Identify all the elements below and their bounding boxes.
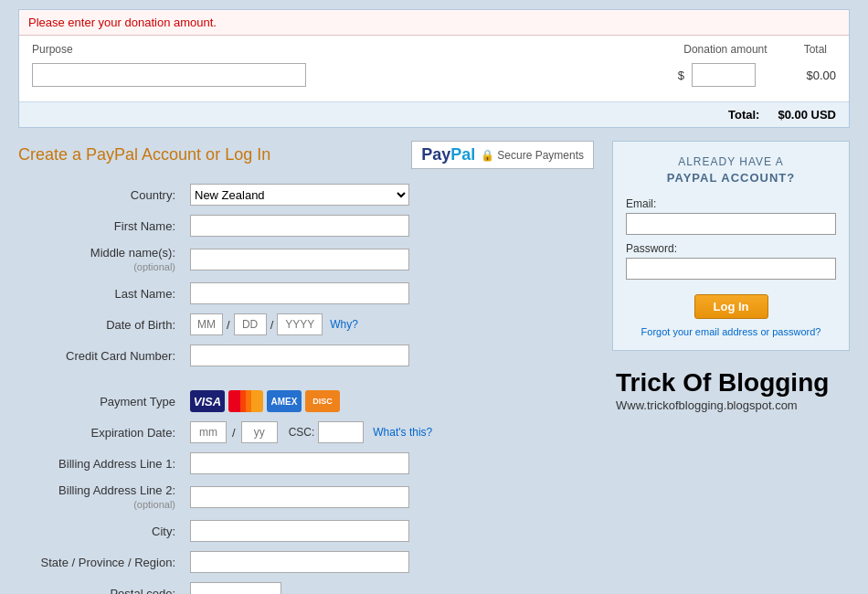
lastname-input[interactable]: [190, 282, 409, 304]
tob-title: Trick Of Blogging: [616, 367, 846, 398]
discover-icon: DISC: [305, 390, 340, 412]
main-area: Create a PayPal Account or Log In PayPal…: [18, 141, 850, 594]
ccnum-label: Credit Card Number:: [18, 349, 183, 363]
whats-this-link[interactable]: What's this?: [373, 426, 432, 439]
exp-yy-input[interactable]: [241, 421, 278, 443]
paypal-logo: PayPal: [421, 145, 475, 164]
billing2-input[interactable]: [190, 486, 409, 508]
exp-sep: /: [230, 426, 238, 440]
tob-url: Www.trickofblogging.blogspot.com: [616, 398, 846, 412]
dob-mm-input[interactable]: [190, 313, 223, 335]
state-input[interactable]: [190, 551, 409, 573]
forgot-link[interactable]: Forgot your email address or password?: [626, 326, 836, 337]
dob-label: Date of Birth:: [18, 318, 183, 332]
city-input[interactable]: [190, 520, 409, 542]
total-header: Total: [804, 43, 827, 56]
billing1-label: Billing Address Line 1:: [18, 457, 183, 471]
dob-sep1: /: [225, 318, 232, 332]
page-title: Create a PayPal Account or Log In: [18, 145, 270, 164]
payment-type-label: Payment Type: [18, 395, 183, 408]
card-icons: VISA AMEX DISC: [190, 390, 594, 412]
left-panel: Create a PayPal Account or Log In PayPal…: [18, 141, 594, 594]
amex-icon: AMEX: [267, 390, 302, 412]
form-grid: Country: New Zealand First Name: Middle …: [18, 184, 594, 594]
billing1-input[interactable]: [190, 452, 409, 474]
paypal-pal: Pal: [450, 145, 475, 164]
donation-amount-area: $ $0.00: [678, 63, 836, 87]
login-button[interactable]: Log In: [694, 294, 768, 319]
postal-input[interactable]: [190, 582, 281, 594]
purpose-input[interactable]: [32, 63, 306, 87]
paypal-badge: PayPal 🔒 Secure Payments: [411, 141, 594, 169]
dob-sep2: /: [269, 318, 276, 332]
amount-header: Donation amount: [683, 43, 767, 56]
donation-row: $ $0.00: [28, 59, 840, 90]
csc-input[interactable]: [318, 421, 364, 443]
email-label: Email:: [626, 197, 836, 210]
password-input[interactable]: [626, 258, 836, 280]
right-headers: Donation amount Total: [683, 43, 827, 56]
secure-label: Secure Payments: [497, 149, 584, 162]
postal-label: Postal code:: [18, 587, 183, 595]
password-label: Password:: [626, 242, 836, 255]
already-account-box: ALREADY HAVE A PAYPAL ACCOUNT? Email: Pa…: [612, 141, 850, 351]
donation-total-amount: $0.00 USD: [778, 108, 836, 122]
dob-group: / / Why?: [190, 313, 594, 335]
firstname-label: First Name:: [18, 219, 183, 233]
country-select[interactable]: New Zealand: [190, 184, 409, 206]
expiry-label: Expiration Date:: [18, 426, 183, 440]
email-input[interactable]: [626, 213, 836, 235]
donation-total-label: Total:: [728, 108, 759, 122]
donation-table: Purpose Donation amount Total $ $0.00: [19, 36, 849, 98]
amount-input[interactable]: [692, 63, 756, 87]
spacer1: [18, 376, 183, 381]
right-panel: ALREADY HAVE A PAYPAL ACCOUNT? Email: Pa…: [612, 141, 850, 594]
spacer2: [190, 376, 594, 381]
dollar-sign: $: [678, 69, 684, 82]
exp-mm-input[interactable]: [190, 421, 227, 443]
donation-error: Please enter your donation amount.: [19, 10, 849, 36]
donation-box: Please enter your donation amount. Purpo…: [18, 9, 850, 128]
already-line1: ALREADY HAVE A: [626, 154, 836, 170]
lastname-label: Last Name:: [18, 287, 183, 301]
total-display: $0.00: [763, 69, 836, 82]
tob-box: Trick Of Blogging Www.trickofblogging.bl…: [612, 364, 850, 416]
purpose-header: Purpose: [32, 43, 73, 56]
ccnum-input[interactable]: [190, 345, 409, 366]
billing2-label: Billing Address Line 2: (optional): [18, 483, 183, 511]
state-label: State / Province / Region:: [18, 556, 183, 569]
city-label: City:: [18, 525, 183, 538]
paypal-pay: Pay: [421, 145, 450, 164]
mastercard-icon: [228, 390, 263, 412]
donation-headers: Purpose Donation amount Total: [28, 43, 840, 59]
dob-yyyy-input[interactable]: [277, 313, 323, 335]
csc-label: CSC:: [289, 426, 315, 439]
country-label: Country:: [18, 188, 183, 202]
dob-dd-input[interactable]: [234, 313, 267, 335]
header-row: Create a PayPal Account or Log In PayPal…: [18, 141, 594, 169]
dob-why-link[interactable]: Why?: [330, 318, 358, 331]
firstname-input[interactable]: [190, 215, 409, 237]
already-title: ALREADY HAVE A PAYPAL ACCOUNT?: [626, 154, 836, 186]
visa-icon: VISA: [190, 390, 225, 412]
donation-total-row: Total: $0.00 USD: [19, 101, 849, 127]
already-line2: PAYPAL ACCOUNT?: [626, 170, 836, 186]
lock-icon: 🔒: [481, 149, 494, 162]
secure-payments-link[interactable]: 🔒 Secure Payments: [481, 149, 584, 162]
middlename-input[interactable]: [190, 249, 409, 270]
expiry-group: / CSC: What's this?: [190, 421, 594, 443]
middlename-label: Middle name(s): (optional): [18, 246, 183, 273]
